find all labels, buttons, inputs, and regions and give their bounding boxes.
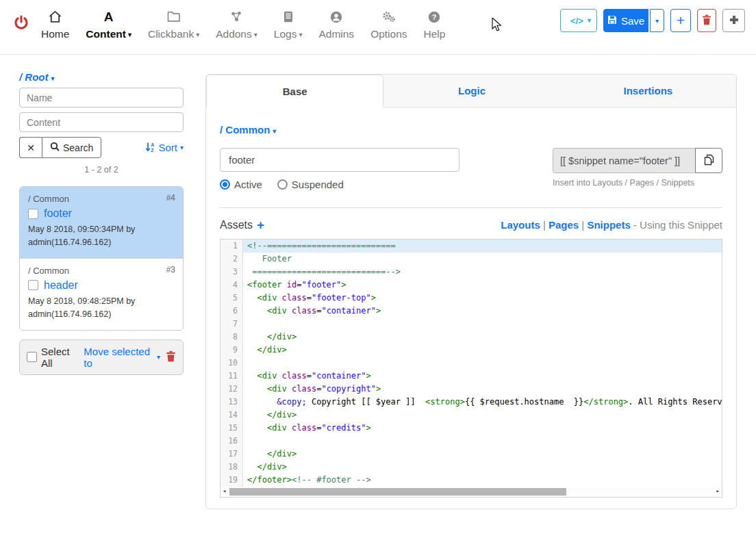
content-filter-input[interactable] [19, 112, 184, 132]
nav-label: Help [424, 28, 446, 40]
add-asset-button[interactable]: + [257, 218, 264, 231]
copy-button[interactable] [695, 148, 722, 173]
delete-button[interactable] [697, 9, 716, 32]
top-nav: HomeAContent▾Clickbank▾Addons▾Logs▾Admin… [0, 0, 756, 55]
clear-search-button[interactable]: ✕ [19, 137, 42, 158]
snippet-card-header[interactable]: / Common#3headerMay 8 2018, 09:48:25PM b… [20, 258, 183, 330]
snippet-tag-field[interactable] [553, 148, 696, 173]
line-number: 13 [220, 396, 243, 409]
line-number: 2 [220, 253, 243, 266]
editor-line[interactable]: 7 [220, 318, 722, 331]
editor-line[interactable]: 4<footer id="footer"> [220, 279, 722, 292]
nav-label: Clickbank▾ [148, 28, 199, 40]
line-code [243, 357, 722, 370]
editor-line[interactable]: 11 <div class="container"> [220, 370, 722, 383]
scroll-left-arrow[interactable]: ◂ [223, 487, 226, 494]
logout-button[interactable] [14, 15, 29, 32]
chevron-down-icon: ▾ [128, 31, 131, 38]
name-filter-input[interactable] [19, 88, 184, 107]
snippet-card-footer[interactable]: / Common#4footerMay 8 2018, 09:50:34PM b… [20, 187, 183, 258]
tab-base[interactable]: Base [206, 75, 383, 107]
nav-item-admins[interactable]: Admins [310, 8, 362, 40]
editor-line[interactable]: 1<!--========================== [220, 240, 722, 253]
filter-row: ✕ Search AZ Sort ▾ [19, 137, 184, 158]
save-dropdown-button[interactable]: ▾ [650, 9, 664, 32]
snippet-name-input[interactable] [220, 148, 459, 172]
editor-line[interactable]: 5 <div class="footer-top"> [220, 292, 722, 305]
tab-logic[interactable]: Logic [383, 75, 559, 107]
line-number: 10 [220, 357, 243, 370]
editor-hscrollbar[interactable]: ◂ ▸ [220, 487, 722, 497]
card-checkbox[interactable] [28, 209, 38, 219]
code-dropdown-button[interactable]: </>▾ [560, 9, 597, 32]
move-selected-link[interactable]: Move selected to ▾ [84, 346, 160, 369]
editor-line[interactable]: 2 Footer [220, 253, 722, 266]
editor-line[interactable]: 3 ===========================--> [220, 266, 722, 279]
radio-on-icon [220, 179, 230, 190]
chevron-down-icon: ▾ [51, 75, 55, 82]
root-breadcrumb[interactable]: / Root▾ [19, 71, 184, 83]
editor-line[interactable]: 18 </div> [220, 461, 722, 474]
addons-icon [230, 8, 242, 26]
scroll-right-arrow[interactable]: ▸ [716, 487, 720, 494]
using-link-snippets[interactable]: Snippets [587, 219, 630, 231]
line-number: 1 [220, 240, 243, 253]
code-editor[interactable]: 1<!--==========================2 Footer3… [220, 239, 722, 498]
status-suspended-radio[interactable]: Suspended [277, 179, 344, 190]
editor-line[interactable]: 8 </div> [220, 331, 722, 344]
compress-button[interactable] [722, 9, 745, 32]
save-button[interactable]: Save [603, 9, 648, 32]
bulk-delete-icon[interactable] [164, 350, 176, 364]
editor-line[interactable]: 12 <div class="copyright"> [220, 383, 722, 396]
nav-item-addons[interactable]: Addons▾ [207, 8, 266, 40]
nav-label: Options [370, 28, 407, 40]
editor-line[interactable]: 15 <div class="credits"> [220, 422, 722, 435]
toolbar-actions: </>▾ Save ▾ + [560, 9, 745, 32]
editor-line[interactable]: 19</footer><!-- #footer --> [220, 474, 722, 487]
tab-insertions[interactable]: Insertions [560, 75, 736, 107]
select-all-checkbox[interactable] [27, 352, 37, 362]
nav-label: Logs▾ [274, 28, 303, 40]
card-checkbox[interactable] [28, 280, 38, 290]
line-number: 19 [220, 474, 243, 487]
line-code: </div> [243, 461, 722, 474]
nav-item-clickbank[interactable]: Clickbank▾ [140, 8, 207, 40]
search-label: Search [63, 142, 93, 153]
sort-link[interactable]: AZ Sort ▾ [145, 142, 184, 154]
chevron-down-icon: ▾ [273, 127, 276, 135]
search-button[interactable]: Search [42, 137, 101, 158]
logs-icon [284, 8, 293, 26]
editor-line[interactable]: 16 [220, 435, 722, 448]
bulk-actions: Select All Move selected to ▾ [19, 340, 184, 375]
line-number: 7 [220, 318, 243, 331]
add-button[interactable]: + [670, 9, 691, 32]
plus-icon: + [677, 12, 685, 29]
category-breadcrumb[interactable]: / Common▾ [220, 124, 722, 136]
power-icon [14, 22, 29, 32]
editor-line[interactable]: 17 </div> [220, 448, 722, 461]
using-link-pages[interactable]: Pages [549, 219, 579, 231]
editor-line[interactable]: 10 [220, 357, 722, 370]
main-nav: HomeAContent▾Clickbank▾Addons▾Logs▾Admin… [33, 8, 453, 40]
nav-label: Addons▾ [216, 28, 257, 40]
line-number: 16 [220, 435, 243, 448]
nav-item-home[interactable]: Home [33, 8, 77, 40]
result-count: 1 - 2 of 2 [19, 165, 184, 175]
snippet-link[interactable]: header [44, 279, 78, 292]
editor-line[interactable]: 14 </div> [220, 409, 722, 422]
editor-lines[interactable]: 1<!--==========================2 Footer3… [220, 240, 722, 487]
nav-item-content[interactable]: AContent▾ [77, 8, 140, 40]
move-selected-label: Move selected to [84, 346, 154, 369]
status-active-radio[interactable]: Active [220, 179, 262, 190]
chevron-down-icon: ▾ [588, 17, 591, 24]
scrollbar-thumb[interactable] [229, 488, 566, 496]
assets-label: Assets [220, 219, 253, 231]
nav-item-options[interactable]: Options [362, 8, 415, 40]
snippet-link[interactable]: footer [44, 207, 72, 220]
nav-item-logs[interactable]: Logs▾ [266, 8, 311, 40]
using-link-layouts[interactable]: Layouts [501, 219, 540, 231]
editor-line[interactable]: 6 <div class="container"> [220, 305, 722, 318]
editor-line[interactable]: 9 </div> [220, 344, 722, 357]
nav-item-help[interactable]: ?Help [416, 8, 454, 40]
editor-line[interactable]: 13 &copy; Copyright [[ $year ]] <strong>… [220, 396, 722, 409]
